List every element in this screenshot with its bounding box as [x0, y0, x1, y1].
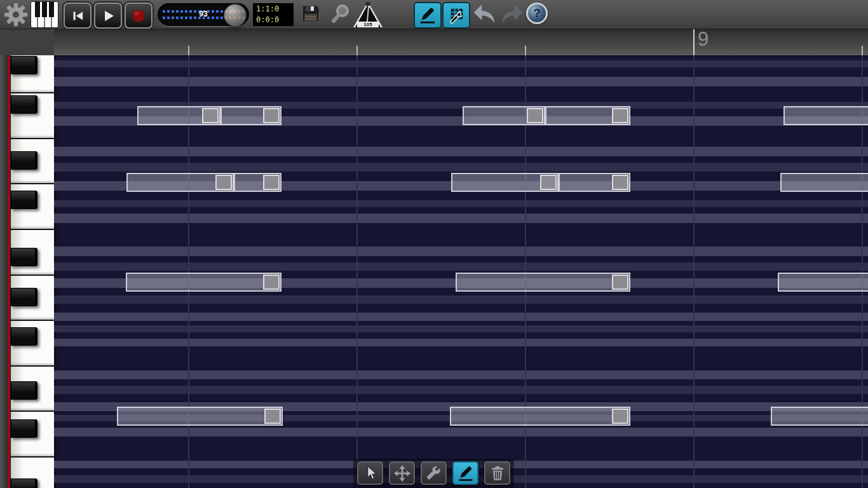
keyboard-left-margin	[0, 55, 8, 488]
piano-black-key	[49, 2, 54, 17]
black-key[interactable]	[11, 381, 37, 400]
app-root: 93 1:1:0 0:0:0	[0, 0, 868, 488]
timeline-ruler[interactable]: 9	[54, 29, 868, 55]
note[interactable]	[220, 106, 281, 125]
white-key-boundary	[11, 183, 54, 184]
move-icon	[393, 464, 411, 482]
black-key[interactable]	[11, 191, 37, 209]
ruler-beat-tick	[862, 46, 863, 55]
pattern-grid-button[interactable]	[442, 2, 470, 29]
note[interactable]	[234, 173, 281, 192]
note[interactable]	[778, 273, 868, 292]
note[interactable]	[126, 173, 234, 192]
grid-row-stripe	[54, 163, 868, 172]
black-key[interactable]	[11, 288, 37, 306]
note-resize-handle[interactable]	[612, 274, 628, 290]
note[interactable]	[559, 173, 630, 192]
metronome-bpm: 105	[357, 22, 379, 27]
delete-tool-button[interactable]	[484, 461, 510, 485]
note-resize-handle[interactable]	[264, 409, 281, 424]
grid-row-stripe	[54, 295, 868, 304]
record-button[interactable]	[125, 3, 153, 29]
ruler-beat-tick	[188, 46, 189, 55]
grid-row-stripe	[54, 325, 868, 332]
metronome-icon[interactable]: 105	[353, 2, 383, 27]
note[interactable]	[137, 106, 220, 125]
ruler-corner	[0, 29, 55, 55]
slider-knob[interactable]	[224, 4, 247, 27]
note[interactable]	[126, 273, 281, 292]
pencil-icon	[457, 464, 475, 482]
note-resize-handle[interactable]	[540, 175, 557, 190]
ruler-beat-tick	[356, 46, 358, 55]
note[interactable]	[117, 407, 283, 426]
black-key[interactable]	[11, 478, 37, 488]
select-tool-button[interactable]	[357, 461, 383, 485]
note-resize-handle[interactable]	[263, 175, 280, 190]
note-resize-handle[interactable]	[202, 108, 219, 123]
note[interactable]	[780, 173, 868, 192]
time-elapsed: 0:0:0	[256, 15, 294, 25]
draw-tool-button[interactable]	[452, 461, 478, 485]
grid-row-stripe	[54, 60, 868, 67]
trash-icon	[489, 464, 506, 482]
redo-button[interactable]	[498, 3, 526, 25]
undo-button[interactable]	[470, 3, 498, 25]
white-key-boundary	[11, 92, 54, 93]
save-floppy-icon[interactable]	[300, 3, 322, 25]
grid-row-stripe	[54, 339, 868, 346]
zoom-magnifier-icon[interactable]	[330, 3, 351, 25]
white-key-boundary	[11, 365, 54, 367]
move-tool-button[interactable]	[389, 461, 415, 485]
black-key[interactable]	[11, 95, 37, 114]
note[interactable]	[545, 106, 630, 125]
tempo-slider[interactable]: 93	[158, 3, 249, 26]
draw-pencil-button[interactable]	[414, 2, 442, 29]
note[interactable]	[783, 106, 868, 125]
piano-keyboard	[0, 55, 54, 488]
note-resize-handle[interactable]	[215, 175, 232, 190]
wrench-icon	[425, 464, 443, 482]
beat-line	[356, 55, 358, 488]
grid-row-stripe	[54, 370, 868, 379]
black-key[interactable]	[11, 56, 37, 74]
piano-roll-grid[interactable]	[54, 55, 868, 488]
slider-value: 93	[191, 10, 216, 18]
ruler-measure-number: 9	[698, 29, 709, 51]
settings-gear-icon[interactable]	[3, 3, 29, 27]
top-toolbar: 93 1:1:0 0:0:0	[0, 0, 868, 29]
note[interactable]	[463, 106, 545, 125]
note[interactable]	[450, 407, 630, 426]
black-key[interactable]	[11, 151, 37, 170]
black-key[interactable]	[11, 419, 37, 438]
black-key[interactable]	[11, 248, 37, 266]
grid-row-stripe	[54, 214, 868, 223]
black-key[interactable]	[11, 327, 37, 346]
piano-black-key	[35, 2, 40, 17]
note-resize-handle[interactable]	[263, 108, 280, 123]
beat-line	[693, 55, 695, 488]
white-key-boundary	[11, 229, 54, 230]
grid-row-stripe	[54, 200, 868, 207]
note-resize-handle[interactable]	[612, 409, 628, 424]
note-resize-handle[interactable]	[612, 175, 628, 190]
grid-row-stripe	[54, 428, 868, 437]
grid-row-stripe	[54, 262, 868, 271]
cursor-icon	[362, 464, 379, 482]
note[interactable]	[456, 273, 630, 292]
note[interactable]	[771, 407, 868, 426]
white-key-boundary	[11, 456, 54, 458]
instrument-piano-button[interactable]	[31, 1, 58, 28]
setup-tool-button[interactable]	[421, 461, 447, 485]
grid-row-stripe	[54, 313, 868, 321]
note-resize-handle[interactable]	[527, 108, 543, 123]
skip-back-button[interactable]	[64, 3, 92, 29]
ruler-beat-tick	[525, 46, 526, 55]
help-button[interactable]: ?	[526, 3, 548, 24]
time-display: 1:1:0 0:0:0	[253, 3, 294, 26]
note[interactable]	[451, 173, 559, 192]
play-button[interactable]	[94, 3, 122, 29]
note-resize-handle[interactable]	[612, 108, 628, 123]
note-resize-handle[interactable]	[263, 274, 280, 290]
metronome-cap	[365, 2, 370, 6]
